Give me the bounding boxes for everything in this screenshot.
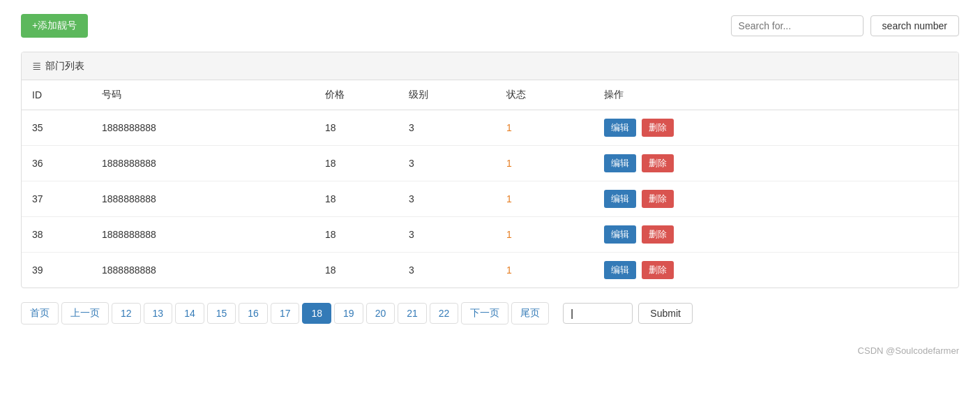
page-number-button[interactable]: 13 [144, 303, 173, 324]
cell-level: 3 [398, 110, 496, 146]
cell-id: 35 [22, 110, 91, 146]
col-header-number: 号码 [91, 80, 315, 110]
cell-price: 18 [315, 181, 398, 217]
cell-level: 3 [398, 181, 496, 217]
cell-status: 1 [496, 217, 594, 253]
cell-price: 18 [315, 253, 398, 288]
delete-button[interactable]: 删除 [642, 261, 674, 279]
col-header-action: 操作 [594, 80, 958, 110]
cell-id: 38 [22, 217, 91, 253]
pagination-area: 首页 上一页 1213141516171819202122 下一页 尾页 Sub… [21, 302, 959, 324]
last-page-button[interactable]: 尾页 [511, 302, 549, 324]
page-number-button[interactable]: 20 [366, 303, 395, 324]
cell-price: 18 [315, 110, 398, 146]
jump-area: Submit [563, 303, 693, 324]
jump-input[interactable] [563, 303, 633, 324]
first-page-button[interactable]: 首页 [21, 302, 59, 324]
page-number-button[interactable]: 12 [112, 303, 141, 324]
table-container: ≣ 部门列表 ID 号码 价格 级别 状态 操作 35 1888888888 1… [21, 52, 959, 288]
cell-level: 3 [398, 253, 496, 288]
cell-action: 编辑 删除 [594, 253, 958, 288]
add-button[interactable]: +添加靓号 [21, 14, 88, 38]
next-page-button[interactable]: 下一页 [461, 302, 508, 324]
page-number-button[interactable]: 19 [334, 303, 363, 324]
col-header-level: 级别 [398, 80, 496, 110]
cell-number: 1888888888 [91, 217, 315, 253]
edit-button[interactable]: 编辑 [604, 261, 636, 279]
cell-price: 18 [315, 146, 398, 181]
cell-action: 编辑 删除 [594, 146, 958, 181]
cell-number: 1888888888 [91, 253, 315, 288]
table-body: 35 1888888888 18 3 1 编辑 删除 36 1888888888… [22, 110, 958, 288]
edit-button[interactable]: 编辑 [604, 225, 636, 244]
table-row: 36 1888888888 18 3 1 编辑 删除 [22, 146, 958, 181]
delete-button[interactable]: 删除 [642, 154, 674, 172]
table-row: 38 1888888888 18 3 1 编辑 删除 [22, 217, 958, 253]
col-header-status: 状态 [496, 80, 594, 110]
page-number-button[interactable]: 18 [302, 303, 331, 324]
cell-id: 39 [22, 253, 91, 288]
toolbar-right: search number [731, 15, 959, 36]
cell-level: 3 [398, 146, 496, 181]
cell-number: 1888888888 [91, 181, 315, 217]
page-number-button[interactable]: 16 [239, 303, 268, 324]
delete-button[interactable]: 删除 [642, 119, 674, 137]
col-header-price: 价格 [315, 80, 398, 110]
cell-action: 编辑 删除 [594, 110, 958, 146]
table-row: 37 1888888888 18 3 1 编辑 删除 [22, 181, 958, 217]
edit-button[interactable]: 编辑 [604, 119, 636, 137]
submit-button[interactable]: Submit [638, 303, 693, 324]
cell-price: 18 [315, 217, 398, 253]
cell-action: 编辑 删除 [594, 181, 958, 217]
cell-number: 1888888888 [91, 110, 315, 146]
cell-status: 1 [496, 146, 594, 181]
page-buttons: 1213141516171819202122 [112, 303, 458, 324]
prev-page-button[interactable]: 上一页 [61, 302, 109, 324]
cell-status: 1 [496, 110, 594, 146]
table-header-bar: ≣ 部门列表 [22, 52, 958, 80]
delete-button[interactable]: 删除 [642, 190, 674, 208]
page-number-button[interactable]: 17 [271, 303, 300, 324]
table-row: 39 1888888888 18 3 1 编辑 删除 [22, 253, 958, 288]
delete-button[interactable]: 删除 [642, 225, 674, 244]
footer-credit: CSDN @Soulcodefarmer [21, 338, 959, 356]
page-number-button[interactable]: 21 [398, 303, 427, 324]
table-header-row: ID 号码 价格 级别 状态 操作 [22, 80, 958, 110]
toolbar: +添加靓号 search number [21, 14, 959, 38]
cell-status: 1 [496, 181, 594, 217]
page-number-button[interactable]: 15 [207, 303, 236, 324]
cell-level: 3 [398, 217, 496, 253]
col-header-id: ID [22, 80, 91, 110]
page-number-button[interactable]: 14 [175, 303, 204, 324]
table-row: 35 1888888888 18 3 1 编辑 删除 [22, 110, 958, 146]
edit-button[interactable]: 编辑 [604, 154, 636, 172]
cell-action: 编辑 删除 [594, 217, 958, 253]
list-icon: ≣ [32, 59, 41, 73]
cell-id: 37 [22, 181, 91, 217]
pagination: 首页 上一页 1213141516171819202122 下一页 尾页 [21, 302, 549, 324]
search-number-button[interactable]: search number [870, 15, 959, 36]
data-table: ID 号码 价格 级别 状态 操作 35 1888888888 18 3 1 编… [22, 80, 958, 288]
cell-number: 1888888888 [91, 146, 315, 181]
cell-id: 36 [22, 146, 91, 181]
edit-button[interactable]: 编辑 [604, 190, 636, 208]
cell-status: 1 [496, 253, 594, 288]
page-number-button[interactable]: 22 [430, 303, 459, 324]
search-input[interactable] [731, 15, 864, 36]
table-title: 部门列表 [45, 60, 84, 73]
toolbar-left: +添加靓号 [21, 14, 88, 38]
